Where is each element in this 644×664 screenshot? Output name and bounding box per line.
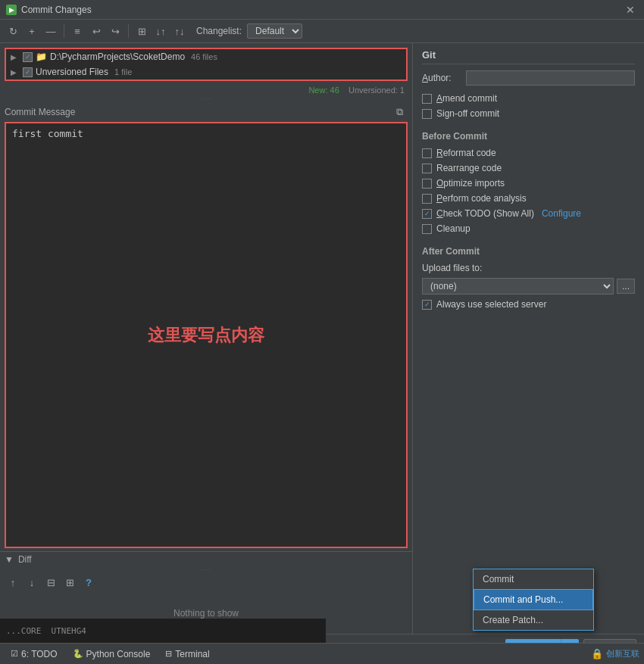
amend-commit-checkbox[interactable]: [422, 94, 432, 104]
diff-down-btn[interactable]: ↓: [23, 574, 40, 591]
diff-label: Diff: [18, 554, 32, 565]
toolbar-refresh[interactable]: ↻: [5, 23, 21, 39]
commit-message-input[interactable]: first commit: [5, 122, 408, 548]
unversioned-file-count: 1 file: [114, 67, 132, 76]
cleanup-checkbox[interactable]: [422, 224, 432, 234]
dropdown-create-patch[interactable]: Create Patch...: [474, 610, 593, 630]
file-tree-item-project[interactable]: ▶ 📁 D:\PycharmProjects\ScoketDemo 46 fil…: [6, 49, 406, 64]
python-console-label: Python Console: [86, 649, 151, 659]
reformat-code-checkbox[interactable]: [422, 148, 432, 158]
sign-off-row: Sign-off commit: [422, 108, 635, 119]
watermark-text: 创新互联: [606, 648, 639, 659]
always-use-server-label: Always use selected server: [436, 299, 546, 310]
toolbar-undo[interactable]: ↩: [88, 23, 105, 39]
toolbar-group[interactable]: ≡: [69, 23, 86, 39]
diff-collapse-icon: ▼: [5, 554, 14, 565]
commit-message-area: first commit 这里要写点内容: [5, 122, 408, 548]
cleanup-label: Cleanup: [436, 223, 470, 234]
rearrange-code-label: Rearrange code: [436, 163, 502, 173]
toolbar-separator-2: [128, 24, 129, 38]
optimize-imports-label: Optimize imports: [436, 178, 505, 189]
upload-dropdown-row: (none) ...: [422, 278, 635, 295]
check-todo-checkbox[interactable]: [422, 209, 432, 219]
check-todo-row: Check TODO (Show All) Configure: [422, 208, 635, 219]
dropdown-commit-push[interactable]: Commit and Push...: [474, 589, 593, 610]
sign-off-checkbox[interactable]: [422, 109, 432, 119]
perform-analysis-label: Perform code analysis: [436, 193, 527, 204]
toolbar-sort-down[interactable]: ↓↑: [152, 23, 169, 39]
rearrange-code-checkbox[interactable]: [422, 164, 432, 173]
diff-up-btn[interactable]: ↑: [5, 574, 21, 591]
toolbar-separator-1: [64, 24, 64, 38]
always-use-server-checkbox[interactable]: [422, 300, 432, 310]
commit-dropdown-menu: Commit Commit and Push... Create Patch..…: [473, 569, 594, 631]
perform-analysis-row: Perform code analysis: [422, 193, 635, 204]
project-file-count: 46 files: [191, 52, 217, 61]
stats-unversioned: Unversioned: 1: [349, 86, 405, 95]
todo-label: 6: TODO: [21, 649, 58, 659]
optimize-imports-checkbox[interactable]: [422, 179, 432, 189]
toolbar-expand[interactable]: ⊞: [133, 23, 150, 39]
git-section-title: Git: [422, 49, 635, 64]
diff-expand-btn[interactable]: ⊞: [61, 574, 78, 591]
taskbar: ☑ 6: TODO 🐍 Python Console ⊟ Terminal 🔒 …: [0, 643, 644, 664]
diff-collapse-btn[interactable]: ⊟: [42, 574, 59, 591]
commit-message-section: Commit Message ⧉ first commit 这里要写点内容: [0, 101, 412, 551]
toolbar-add[interactable]: +: [23, 23, 40, 39]
terminal-icon: ⊟: [165, 649, 172, 659]
taskbar-todo[interactable]: ☑ 6: TODO: [5, 647, 64, 661]
python-icon: 🐍: [73, 649, 83, 659]
toolbar: ↻ + — ≡ ↩ ↪ ⊞ ↓↑ ↑↓ Changelist: Default: [0, 20, 644, 43]
project-checkbox[interactable]: [23, 52, 33, 62]
after-commit-divider: After Commit: [422, 246, 635, 257]
upload-select[interactable]: (none): [422, 278, 614, 295]
folder-icon-project: 📁: [36, 51, 47, 62]
toolbar-remove[interactable]: —: [42, 23, 59, 39]
toolbar-redo[interactable]: ↪: [107, 23, 123, 39]
project-path: D:\PycharmProjects\ScoketDemo: [50, 51, 185, 62]
right-panel: Git Author: Amend commit Sign-off commit…: [413, 43, 644, 634]
taskbar-terminal[interactable]: ⊟ Terminal: [159, 647, 215, 661]
sign-off-label: Sign-off commit: [436, 108, 499, 119]
author-input[interactable]: [466, 70, 635, 86]
left-panel: ▶ 📁 D:\PycharmProjects\ScoketDemo 46 fil…: [0, 43, 413, 634]
stats-new: New: 46: [308, 86, 339, 95]
title-bar-left: ▶ Commit Changes: [6, 5, 92, 15]
upload-files-row: Upload files to:: [422, 263, 635, 273]
configure-link[interactable]: Configure: [542, 208, 581, 219]
diff-header[interactable]: ▼ Diff: [0, 552, 412, 567]
cleanup-row: Cleanup: [422, 223, 635, 234]
app-icon: ▶: [6, 5, 17, 15]
author-row: Author:: [422, 70, 635, 86]
dialog-title: Commit Changes: [21, 5, 92, 15]
commit-message-copy[interactable]: ⧉: [391, 104, 408, 120]
reformat-code-label: Reformat code: [436, 148, 496, 158]
always-use-server-row: Always use selected server: [422, 299, 635, 310]
reformat-code-row: Reformat code: [422, 148, 635, 158]
content-area: ▶ 📁 D:\PycharmProjects\ScoketDemo 46 fil…: [0, 43, 644, 634]
unversioned-checkbox[interactable]: [23, 67, 33, 77]
bottom-code-text: ...CORE UTNEHG4: [6, 626, 86, 636]
changelist-dropdown[interactable]: Default: [247, 23, 302, 39]
commit-message-label: Commit Message: [5, 107, 75, 117]
dropdown-commit[interactable]: Commit: [474, 569, 593, 589]
watermark: 🔒 创新互联: [591, 648, 639, 659]
unversioned-label: Unversioned Files: [36, 67, 108, 77]
check-todo-label: Check TODO (Show All): [436, 208, 534, 219]
dialog-container: ↻ + — ≡ ↩ ↪ ⊞ ↓↑ ↑↓ Changelist: Default …: [0, 20, 644, 664]
rearrange-code-row: Rearrange code: [422, 163, 635, 173]
amend-commit-row: Amend commit: [422, 93, 635, 104]
optimize-imports-row: Optimize imports: [422, 178, 635, 189]
file-tree-item-unversioned[interactable]: ▶ Unversioned Files 1 file: [6, 64, 406, 79]
taskbar-python-console[interactable]: 🐍 Python Console: [67, 647, 157, 661]
perform-analysis-checkbox[interactable]: [422, 194, 432, 204]
todo-icon: ☑: [11, 649, 18, 659]
upload-browse-btn[interactable]: ...: [617, 279, 635, 294]
diff-help-btn[interactable]: ?: [80, 574, 97, 591]
commit-message-header: Commit Message ⧉: [5, 102, 408, 122]
close-button[interactable]: ✕: [623, 4, 638, 16]
toolbar-sort-up[interactable]: ↑↓: [171, 23, 188, 39]
tree-arrow-unversioned: ▶: [11, 68, 20, 76]
before-commit-divider: Before Commit: [422, 131, 635, 142]
file-tree: ▶ 📁 D:\PycharmProjects\ScoketDemo 46 fil…: [5, 48, 408, 81]
